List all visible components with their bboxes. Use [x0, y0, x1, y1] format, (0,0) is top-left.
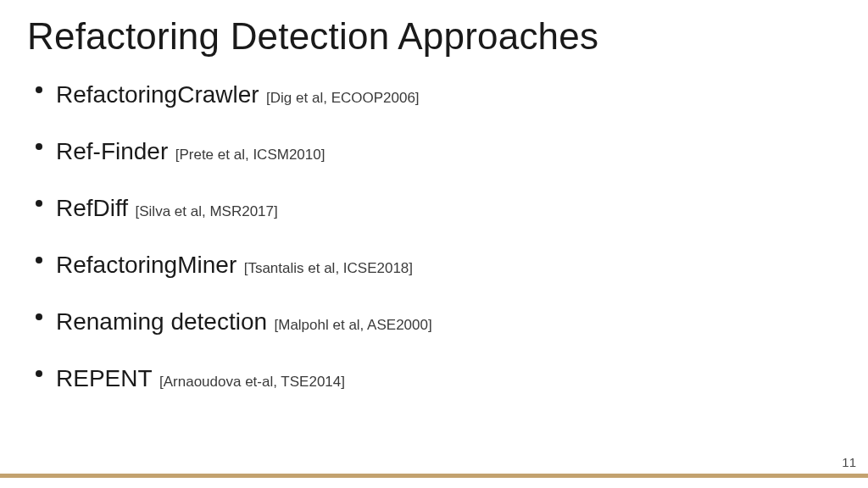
list-item: Renaming detection [Malpohl et al, ASE20… — [56, 307, 841, 336]
item-name: RefactoringMiner — [56, 252, 236, 278]
item-citation: [Arnaoudova et-al, TSE2014] — [159, 374, 345, 390]
list-item: RefactoringCrawler [Dig et al, ECOOP2006… — [56, 80, 841, 109]
item-citation: [Dig et al, ECOOP2006] — [266, 90, 419, 106]
list-item: REPENT [Arnaoudova et-al, TSE2014] — [56, 363, 841, 393]
item-citation: [Tsantalis et al, ICSE2018] — [244, 260, 413, 276]
bullet-list: RefactoringCrawler [Dig et al, ECOOP2006… — [27, 80, 841, 393]
item-citation: [Prete et al, ICSM2010] — [175, 147, 326, 163]
footer-rule — [0, 474, 868, 478]
item-name: RefactoringCrawler — [56, 81, 259, 108]
list-item: RefDiff [Silva et al, MSR2017] — [56, 193, 841, 223]
page-number: 11 — [842, 455, 856, 469]
item-name: REPENT — [56, 365, 153, 391]
item-citation: [Malpohl et al, ASE2000] — [275, 317, 432, 333]
list-item: Ref-Finder [Prete et al, ICSM2010] — [56, 136, 841, 166]
slide-title: Refactoring Detection Approaches — [27, 15, 841, 58]
item-name: Renaming detection — [56, 308, 267, 335]
item-name: RefDiff — [56, 195, 128, 221]
item-citation: [Silva et al, MSR2017] — [136, 203, 278, 219]
slide: Refactoring Detection Approaches Refacto… — [0, 0, 868, 488]
item-name: Ref-Finder — [56, 138, 168, 164]
list-item: RefactoringMiner [Tsantalis et al, ICSE2… — [56, 250, 841, 280]
